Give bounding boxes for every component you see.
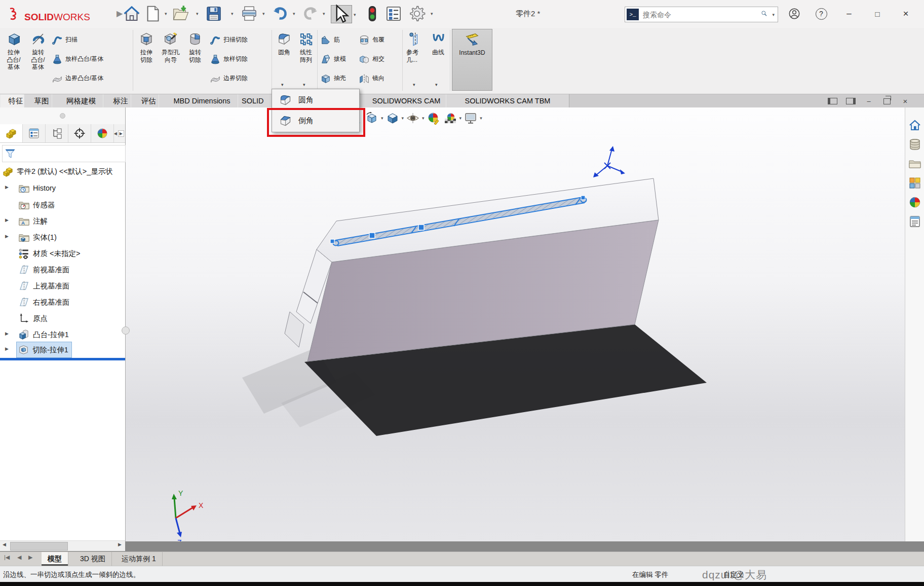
new-file-dropdown[interactable]: ▾: [165, 11, 167, 16]
panel-collapse-handle[interactable]: [122, 326, 130, 335]
fillet-dropdown[interactable]: ▾: [281, 82, 284, 87]
panel-splitter-top[interactable]: [0, 107, 125, 125]
dimxpert-manager-tab[interactable]: [68, 124, 91, 142]
help-button[interactable]: ?: [813, 5, 830, 22]
search-magnifier-icon[interactable]: [761, 10, 770, 19]
file-explorer-icon[interactable]: [908, 157, 921, 170]
lofted-boss-button[interactable]: 放样凸台/基体: [52, 51, 103, 67]
view-orientation-dropdown[interactable]: ▾: [381, 116, 383, 121]
slot-handle[interactable]: [330, 239, 334, 243]
save-dropdown[interactable]: ▾: [231, 11, 234, 16]
tree-filter-bar[interactable]: [2, 145, 126, 162]
flyout-expand-arrow-icon[interactable]: ▶: [117, 9, 123, 18]
close-doc-icon[interactable]: ×: [898, 96, 913, 106]
tree-item-annotations[interactable]: 注解: [18, 213, 48, 229]
tree-item-front-plane[interactable]: 前视基准面: [18, 262, 70, 277]
reference-geometry-button[interactable]: 参考 几...: [404, 29, 428, 90]
view-settings-icon[interactable]: [464, 112, 477, 125]
options-gear-button[interactable]: [408, 5, 426, 22]
fillet-button[interactable]: 圆角: [274, 29, 295, 90]
swept-cut-button[interactable]: 扫描切除: [210, 31, 248, 48]
tree-item-solid-bodies[interactable]: 实体(1): [18, 230, 57, 245]
tree-item-history[interactable]: History: [18, 180, 56, 196]
view-orientation-icon[interactable]: [365, 112, 378, 125]
boundary-boss-button[interactable]: 边界凸台/基体: [52, 70, 103, 87]
edit-appearance-icon[interactable]: [427, 112, 440, 125]
tab-solidworks-cam-tbm[interactable]: SOLIDWORKS CAM TBM: [446, 94, 569, 107]
scroll-left-icon[interactable]: ◀: [3, 542, 6, 547]
intersect-button[interactable]: 相交: [359, 51, 384, 67]
options-dropdown[interactable]: ▾: [431, 11, 433, 16]
appearances-scenes-icon[interactable]: [908, 196, 921, 209]
tree-item-sensors[interactable]: 传感器: [18, 197, 55, 212]
solidworks-resources-icon[interactable]: [908, 119, 921, 132]
graphics-viewport[interactable]: Y X Z: [126, 107, 905, 541]
new-file-button[interactable]: [144, 5, 162, 22]
pane-right-icon[interactable]: [843, 96, 858, 106]
tree-item-material[interactable]: 材质 <未指定>: [18, 246, 80, 261]
tab-mbd-dimensions[interactable]: MBD Dimensions: [159, 94, 245, 107]
boundary-cut-button[interactable]: 边界切除: [210, 70, 248, 87]
apply-scene-dropdown[interactable]: ▾: [459, 116, 462, 121]
feature-tree-tab[interactable]: [0, 124, 23, 142]
close-button[interactable]: ×: [897, 5, 915, 22]
expand-arrow-icon[interactable]: ▶: [5, 331, 9, 336]
expand-arrow-icon[interactable]: ▶: [5, 234, 9, 239]
display-manager-tab[interactable]: [91, 124, 114, 142]
home-button[interactable]: [123, 5, 140, 22]
reference-geometry-dropdown[interactable]: ▾: [413, 82, 415, 87]
custom-properties-icon[interactable]: [908, 215, 921, 228]
open-file-dropdown[interactable]: ▾: [196, 11, 199, 16]
fm-tabs-scroll-right-icon[interactable]: ▶: [118, 130, 124, 137]
restore-doc-icon[interactable]: [879, 96, 895, 106]
shell-button[interactable]: 抽壳: [320, 70, 346, 87]
motion-study-tab[interactable]: 运动算例 1: [115, 552, 163, 566]
tree-item-origin[interactable]: 原点: [18, 311, 48, 326]
slot-handle[interactable]: [418, 225, 424, 230]
minimize-doc-icon[interactable]: –: [861, 96, 876, 106]
lofted-cut-button[interactable]: 放样切除: [210, 51, 248, 67]
redo-button[interactable]: [302, 5, 319, 22]
tab-mesh-modeling[interactable]: 网格建模: [52, 94, 110, 107]
view-settings-dropdown[interactable]: ▾: [480, 116, 482, 121]
linear-pattern-dropdown[interactable]: ▾: [303, 82, 305, 87]
curves-button[interactable]: 曲线: [429, 29, 448, 90]
user-account-button[interactable]: [786, 5, 803, 22]
revolved-boss-button[interactable]: 旋转 凸台/ 基体: [26, 29, 50, 90]
select-tool-dropdown[interactable]: ▾: [354, 12, 356, 17]
expand-arrow-icon[interactable]: ▶: [5, 185, 9, 190]
hide-show-items-dropdown[interactable]: ▾: [422, 116, 425, 121]
rebuild-traffic-light-button[interactable]: [364, 5, 381, 22]
mirror-button[interactable]: 镜向: [359, 70, 384, 87]
tree-root-part[interactable]: 零件2 (默认) <<默认>_显示状: [2, 164, 125, 179]
3d-views-tab[interactable]: 3D 视图: [74, 552, 112, 566]
undo-dropdown[interactable]: ▾: [293, 11, 295, 16]
slot-handle[interactable]: [369, 233, 375, 238]
instant3d-toggle-button[interactable]: Instant3D: [452, 29, 492, 91]
rib-button[interactable]: 筋: [320, 31, 340, 48]
swept-boss-button[interactable]: 扫描: [52, 31, 78, 48]
print-dropdown[interactable]: ▾: [262, 11, 265, 16]
search-dropdown[interactable]: ▾: [772, 12, 775, 17]
scroll-right-icon[interactable]: ▶: [118, 542, 122, 547]
display-settings-button[interactable]: [385, 5, 402, 22]
fm-tabs-scroll-left-icon[interactable]: ◀: [114, 131, 117, 136]
maximize-button[interactable]: □: [868, 5, 887, 22]
extruded-cut-button[interactable]: 拉伸 切除: [135, 29, 158, 90]
redo-dropdown[interactable]: ▾: [323, 11, 325, 16]
tree-item-right-plane[interactable]: 右视基准面: [18, 295, 70, 310]
revolved-cut-button[interactable]: 旋转 切除: [183, 29, 207, 90]
property-manager-tab[interactable]: [23, 124, 46, 142]
instant3d-triad[interactable]: [593, 146, 625, 177]
tab-scroll-left-icon[interactable]: ◀: [17, 554, 21, 561]
tab-scroll-right-icon[interactable]: ▶: [28, 554, 32, 561]
tree-item-cut-extrude1-selected[interactable]: 切除-拉伸1: [16, 342, 72, 358]
view-palette-icon[interactable]: [908, 176, 921, 190]
tree-horizontal-scrollbar[interactable]: ◀ ▶: [0, 540, 125, 551]
expand-arrow-icon[interactable]: ▶: [5, 217, 9, 223]
slot-handle[interactable]: [581, 196, 585, 200]
rollback-bar[interactable]: [0, 358, 125, 360]
tree-item-boss-extrude1[interactable]: 凸台-拉伸1: [18, 327, 69, 342]
tab-solidworks-cam[interactable]: SOLIDWORKS CAM: [360, 94, 453, 107]
curves-dropdown[interactable]: ▾: [435, 82, 438, 87]
